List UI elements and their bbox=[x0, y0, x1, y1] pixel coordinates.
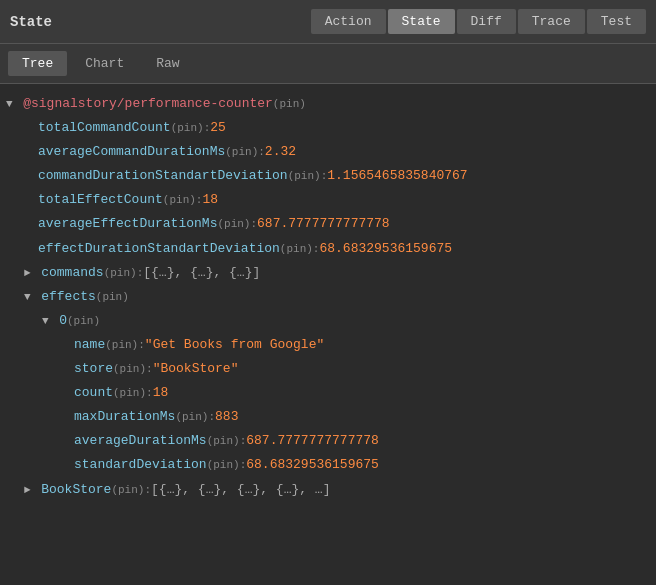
tree-value: 68.68329536159675 bbox=[246, 454, 379, 476]
tree-value: 18 bbox=[202, 189, 218, 211]
tree-pin: (pin): bbox=[171, 119, 211, 138]
tree-key: @signalstory/performance-counter bbox=[23, 93, 273, 115]
tab-trace[interactable]: Trace bbox=[518, 9, 585, 34]
tree-row: count (pin): 18 bbox=[6, 381, 650, 405]
tree-key: store bbox=[74, 358, 113, 380]
tree-pin: (pin): bbox=[105, 336, 145, 355]
tree-key: commands bbox=[41, 262, 103, 284]
tree-key: 0 bbox=[59, 310, 67, 332]
tree-pin: (pin): bbox=[175, 408, 215, 427]
tree-row: averageEffectDurationMs (pin): 687.77777… bbox=[6, 212, 650, 236]
tree-pin: (pin): bbox=[217, 215, 257, 234]
tree-value: 25 bbox=[210, 117, 226, 139]
tree-row[interactable]: ► BookStore (pin): [{…}, {…}, {…}, {…}, … bbox=[6, 478, 650, 502]
tab-action[interactable]: Action bbox=[311, 9, 386, 34]
tree-row: averageCommandDurationMs (pin): 2.32 bbox=[6, 140, 650, 164]
tree-pin: (pin): bbox=[225, 143, 265, 162]
tree-row: maxDurationMs (pin): 883 bbox=[6, 405, 650, 429]
tree-arrow[interactable]: ▼ bbox=[42, 312, 55, 331]
tree-pin: (pin): bbox=[207, 432, 247, 451]
tree-value: 68.68329536159675 bbox=[319, 238, 452, 260]
tree-key: commandDurationStandartDeviation bbox=[38, 165, 288, 187]
sub-tab-raw[interactable]: Raw bbox=[142, 51, 193, 76]
tree-key: BookStore bbox=[41, 479, 111, 501]
tab-state[interactable]: State bbox=[388, 9, 455, 34]
tree-row: store (pin): "BookStore" bbox=[6, 357, 650, 381]
tree-value: 687.7777777777778 bbox=[246, 430, 379, 452]
tree-pin: (pin) bbox=[67, 312, 100, 331]
tree-value: 883 bbox=[215, 406, 238, 428]
sub-tab-chart[interactable]: Chart bbox=[71, 51, 138, 76]
tree-key: maxDurationMs bbox=[74, 406, 175, 428]
tree-row: totalEffectCount (pin): 18 bbox=[6, 188, 650, 212]
tab-test[interactable]: Test bbox=[587, 9, 646, 34]
tree-value: "BookStore" bbox=[153, 358, 239, 380]
tree-value: 2.32 bbox=[265, 141, 296, 163]
tree-row: averageDurationMs (pin): 687.77777777777… bbox=[6, 429, 650, 453]
tree-key: effectDurationStandartDeviation bbox=[38, 238, 280, 260]
tree-pin: (pin): bbox=[113, 384, 153, 403]
tree-value: [{…}, {…}, {…}, {…}, …] bbox=[151, 479, 330, 501]
sub-tab-bar: Tree Chart Raw bbox=[0, 44, 656, 84]
top-bar: State Action State Diff Trace Test bbox=[0, 0, 656, 44]
tree-content: ▼ @signalstory/performance-counter (pin)… bbox=[0, 84, 656, 585]
tree-arrow[interactable]: ► bbox=[24, 481, 37, 500]
tree-value: 687.7777777777778 bbox=[257, 213, 390, 235]
main-tab-group: Action State Diff Trace Test bbox=[311, 9, 646, 34]
tree-row: totalCommandCount (pin): 25 bbox=[6, 116, 650, 140]
tree-key: effects bbox=[41, 286, 96, 308]
tree-key: totalCommandCount bbox=[38, 117, 171, 139]
tree-row: commandDurationStandartDeviation (pin): … bbox=[6, 164, 650, 188]
tree-row: name (pin): "Get Books from Google" bbox=[6, 333, 650, 357]
tree-pin: (pin): bbox=[207, 456, 247, 475]
page-title: State bbox=[10, 14, 311, 30]
tree-value: 18 bbox=[153, 382, 169, 404]
tree-key: averageDurationMs bbox=[74, 430, 207, 452]
tree-row[interactable]: ▼ effects (pin) bbox=[6, 285, 650, 309]
tree-row[interactable]: ► commands (pin): [{…}, {…}, {…}] bbox=[6, 261, 650, 285]
tree-key: name bbox=[74, 334, 105, 356]
tree-value: "Get Books from Google" bbox=[145, 334, 324, 356]
tree-arrow[interactable]: ▼ bbox=[24, 288, 37, 307]
tree-key: totalEffectCount bbox=[38, 189, 163, 211]
tree-value: 1.1565465835840767 bbox=[327, 165, 467, 187]
tree-pin: (pin): bbox=[104, 264, 144, 283]
tab-diff[interactable]: Diff bbox=[457, 9, 516, 34]
tree-row: effectDurationStandartDeviation (pin): 6… bbox=[6, 237, 650, 261]
tree-row: standardDeviation (pin): 68.683295361596… bbox=[6, 453, 650, 477]
tree-arrow[interactable]: ► bbox=[24, 264, 37, 283]
sub-tab-tree[interactable]: Tree bbox=[8, 51, 67, 76]
tree-pin: (pin): bbox=[163, 191, 203, 210]
tree-key: standardDeviation bbox=[74, 454, 207, 476]
tree-row[interactable]: ▼ 0 (pin) bbox=[6, 309, 650, 333]
tree-pin: (pin): bbox=[288, 167, 328, 186]
tree-row[interactable]: ▼ @signalstory/performance-counter (pin) bbox=[6, 92, 650, 116]
tree-pin: (pin) bbox=[273, 95, 306, 114]
tree-pin: (pin) bbox=[96, 288, 129, 307]
tree-value: [{…}, {…}, {…}] bbox=[143, 262, 260, 284]
tree-pin: (pin): bbox=[280, 240, 320, 259]
tree-arrow[interactable]: ▼ bbox=[6, 95, 19, 114]
tree-key: averageCommandDurationMs bbox=[38, 141, 225, 163]
tree-pin: (pin): bbox=[113, 360, 153, 379]
tree-key: averageEffectDurationMs bbox=[38, 213, 217, 235]
tree-pin: (pin): bbox=[111, 481, 151, 500]
tree-key: count bbox=[74, 382, 113, 404]
